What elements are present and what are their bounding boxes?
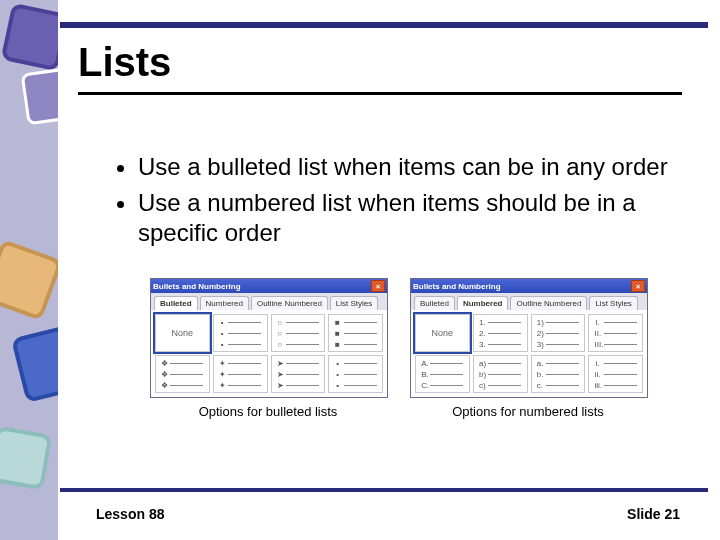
preview-line — [286, 322, 319, 323]
marker-icon: b. — [537, 370, 543, 379]
tab-bulleted[interactable]: Bulleted — [414, 296, 455, 310]
marker-icon: a) — [479, 359, 485, 368]
tab-numbered[interactable]: Numbered — [200, 296, 249, 310]
style-option[interactable]: I.II.III. — [588, 314, 643, 352]
preview-line — [228, 344, 261, 345]
tab-list-styles[interactable]: List Styles — [330, 296, 378, 310]
marker-icon: C. — [421, 381, 427, 390]
dialog-bullets-numbering: Bullets and Numbering × Bulleted Numbere… — [410, 278, 648, 398]
marker-icon: iii. — [595, 381, 601, 390]
style-option[interactable]: ••• — [213, 314, 268, 352]
close-icon[interactable]: × — [631, 280, 645, 292]
preview-line — [604, 344, 637, 345]
marker-icon: • — [219, 318, 225, 327]
marker-icon: ■ — [335, 318, 341, 327]
preview-line — [488, 363, 521, 364]
lesson-number: Lesson 88 — [96, 506, 164, 522]
tab-numbered[interactable]: Numbered — [457, 296, 509, 310]
decor-block — [21, 67, 58, 126]
preview-line — [228, 333, 261, 334]
dialog-titlebar: Bullets and Numbering × — [151, 279, 387, 293]
marker-icon: ❖ — [161, 381, 167, 390]
style-option[interactable]: ✦✦✦ — [213, 355, 268, 393]
bullet-list: Use a bulleted list when items can be in… — [98, 152, 680, 254]
marker-icon: A. — [421, 359, 427, 368]
figures-row: Bullets and Numbering × Bulleted Numbere… — [150, 278, 650, 419]
preview-line — [344, 374, 377, 375]
style-option[interactable]: ■■■ — [328, 314, 383, 352]
tab-outline-numbered[interactable]: Outline Numbered — [251, 296, 328, 310]
preview-line — [286, 363, 319, 364]
style-option[interactable]: ○○○ — [271, 314, 326, 352]
dialog-title: Bullets and Numbering — [413, 282, 501, 291]
style-preview: a)b)c) — [479, 357, 521, 392]
style-preview: 1)2)3) — [537, 316, 579, 351]
preview-line — [430, 374, 463, 375]
preview-line — [604, 333, 637, 334]
preview-line — [170, 363, 203, 364]
marker-icon: ➤ — [277, 359, 283, 368]
preview-line — [488, 344, 521, 345]
style-option[interactable]: A.B.C. — [415, 355, 470, 393]
preview-line — [228, 385, 261, 386]
style-option-none[interactable]: None — [415, 314, 470, 352]
preview-line — [228, 374, 261, 375]
page-title: Lists — [78, 40, 171, 85]
figure-caption: Options for numbered lists — [410, 404, 646, 419]
figure-numbered: Bullets and Numbering × Bulleted Numbere… — [410, 278, 646, 419]
preview-line — [546, 322, 579, 323]
style-option[interactable]: ❖❖❖ — [155, 355, 210, 393]
style-option[interactable]: 1)2)3) — [531, 314, 586, 352]
marker-icon: I. — [595, 318, 601, 327]
preview-line — [604, 363, 637, 364]
top-rule — [60, 22, 708, 28]
style-option[interactable]: a.b.c. — [531, 355, 586, 393]
marker-icon: • — [335, 359, 341, 368]
bullet-style-grid: None•••○○○■■■❖❖❖✦✦✦➤➤➤••• — [151, 310, 387, 397]
marker-icon: ❖ — [161, 370, 167, 379]
marker-icon: i. — [595, 359, 601, 368]
preview-line — [344, 385, 377, 386]
marker-icon: B. — [421, 370, 427, 379]
preview-line — [430, 363, 463, 364]
preview-line — [286, 385, 319, 386]
preview-line — [604, 374, 637, 375]
preview-line — [488, 322, 521, 323]
figure-bulleted: Bullets and Numbering × Bulleted Numbere… — [150, 278, 386, 419]
marker-icon: ➤ — [277, 370, 283, 379]
marker-icon: ○ — [277, 329, 283, 338]
marker-icon: c. — [537, 381, 543, 390]
marker-icon: II. — [595, 329, 601, 338]
preview-line — [286, 344, 319, 345]
dialog-bullets-numbering: Bullets and Numbering × Bulleted Numbere… — [150, 278, 388, 398]
bottom-rule — [60, 488, 708, 492]
style-option-none[interactable]: None — [155, 314, 210, 352]
style-option[interactable]: a)b)c) — [473, 355, 528, 393]
dialog-title: Bullets and Numbering — [153, 282, 241, 291]
preview-line — [344, 344, 377, 345]
marker-icon: ❖ — [161, 359, 167, 368]
title-underline — [78, 92, 682, 95]
marker-icon: ✦ — [219, 381, 225, 390]
marker-icon: III. — [595, 340, 601, 349]
tab-outline-numbered[interactable]: Outline Numbered — [510, 296, 587, 310]
close-icon[interactable]: × — [371, 280, 385, 292]
marker-icon: ➤ — [277, 381, 283, 390]
decorative-left-band — [0, 0, 58, 540]
preview-line — [170, 385, 203, 386]
style-option[interactable]: ••• — [328, 355, 383, 393]
style-option[interactable]: ➤➤➤ — [271, 355, 326, 393]
marker-icon: ■ — [335, 329, 341, 338]
preview-line — [430, 385, 463, 386]
preview-line — [546, 344, 579, 345]
style-option[interactable]: 1.2.3. — [473, 314, 528, 352]
marker-icon: 3) — [537, 340, 543, 349]
marker-icon: • — [219, 340, 225, 349]
preview-line — [286, 333, 319, 334]
style-option[interactable]: i.ii.iii. — [588, 355, 643, 393]
preview-line — [604, 385, 637, 386]
marker-icon: 1. — [479, 318, 485, 327]
tab-list-styles[interactable]: List Styles — [589, 296, 637, 310]
style-preview: 1.2.3. — [479, 316, 521, 351]
tab-bulleted[interactable]: Bulleted — [154, 296, 198, 310]
